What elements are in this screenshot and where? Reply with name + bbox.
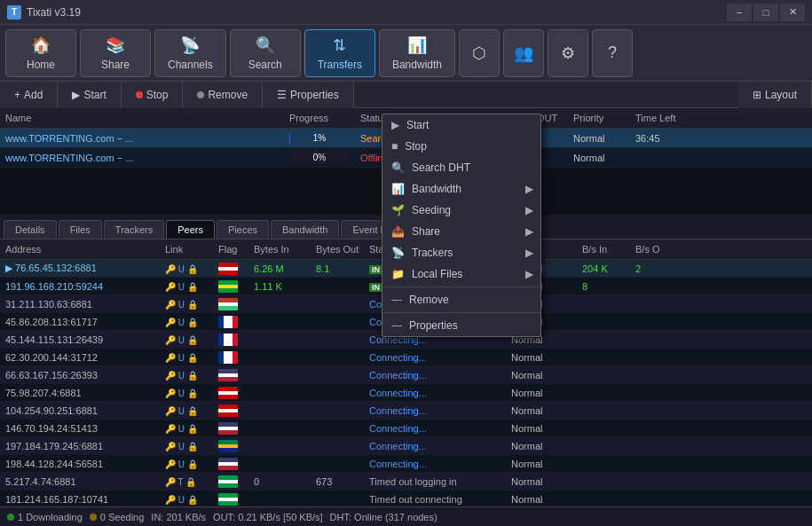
peer-row[interactable]: 66.63.167.156:26393 🔑 U 🔒 Connecting... … <box>0 366 812 384</box>
peer-row[interactable]: 197.184.179.245:6881 🔑 U 🔒 Connecting...… <box>0 437 812 455</box>
peer-bytesout <box>311 428 364 429</box>
cm-localfiles-icon: 📁 <box>391 268 405 280</box>
ph-bytesin: Bytes In <box>248 242 311 256</box>
peer-flag <box>213 261 248 275</box>
peer-bytesout <box>311 339 364 341</box>
cm-searchdht[interactable]: 🔍 Search DHT <box>382 157 540 178</box>
tab-files[interactable]: Files <box>59 220 102 239</box>
cm-start[interactable]: ▶ Start <box>382 114 540 136</box>
cm-seeding-label: Seeding <box>412 204 451 216</box>
peer-link: 🔑 U 🔒 <box>160 493 213 506</box>
flag-gb <box>218 351 238 364</box>
flag-hu <box>218 298 238 310</box>
cm-localfiles[interactable]: 📁 Local Files ▶ <box>382 263 540 285</box>
layout-label: Layout <box>765 89 797 101</box>
peer-bytesin <box>248 499 311 500</box>
peer-flag <box>213 279 248 293</box>
cm-bandwidth[interactable]: 📊 Bandwidth ▶ <box>382 178 540 200</box>
settings-button[interactable]: ⚙ <box>548 29 588 77</box>
transfer-name: www.TORRENTING.com − ... <box>0 151 284 165</box>
plus-icon: + <box>14 89 20 101</box>
peer-flag <box>213 332 248 346</box>
peer-row[interactable]: 62.30.200.144:31712 🔑 U 🔒 Connecting... … <box>0 349 812 366</box>
share-button[interactable]: 📚 Share <box>80 29 151 77</box>
peer-priority: Normal <box>506 422 577 435</box>
maximize-button[interactable]: □ <box>753 4 778 21</box>
peer-flag <box>213 456 248 470</box>
peer-link: 🔑 U 🔒 <box>160 298 213 310</box>
add-button[interactable]: + Add <box>0 82 58 108</box>
flag-br <box>218 280 238 293</box>
cm-stop[interactable]: ■ Stop <box>382 136 540 157</box>
transfers-button[interactable]: ⇅ Transfers <box>304 29 375 77</box>
peer-address: 197.184.179.245:6881 <box>0 440 160 452</box>
cm-searchdht-label: Search DHT <box>412 161 470 174</box>
channels-button[interactable]: 📡 Channels <box>154 29 226 77</box>
cm-trackers[interactable]: 📡 Trackers ▶ <box>382 242 540 263</box>
start-icon: ▶ <box>72 89 80 101</box>
cm-remove[interactable]: — Remove <box>382 289 540 310</box>
peer-bsout <box>630 339 666 341</box>
tab-details[interactable]: Details <box>4 220 57 239</box>
peer-bytesin: 0 <box>248 475 311 488</box>
peer-row[interactable]: 5.217.4.74:6881 🔑 T 🔒 0 673 Timed out lo… <box>0 473 812 491</box>
users-button[interactable]: 👥 <box>503 29 544 77</box>
flag-ae <box>218 475 238 488</box>
peer-bytesout <box>311 321 364 323</box>
tab-trackers[interactable]: Trackers <box>104 220 164 239</box>
peer-row[interactable]: 146.70.194.24:51413 🔑 U 🔒 Connecting... … <box>0 420 812 437</box>
cm-properties[interactable]: — Properties <box>382 315 540 336</box>
cm-seeding[interactable]: 🌱 Seeding ▶ <box>382 200 540 221</box>
peer-row[interactable]: 104.254.90.251:6881 🔑 U 🔒 Connecting... … <box>0 402 812 420</box>
add-label: Add <box>24 89 43 101</box>
home-label: Home <box>27 59 55 71</box>
bandwidth-button[interactable]: 📊 Bandwidth <box>379 29 455 77</box>
cm-search-icon: 🔍 <box>391 161 405 174</box>
help-button[interactable]: ? <box>592 29 633 77</box>
peer-status: Connecting... <box>364 458 506 470</box>
cm-trackers-arrow: ▶ <box>525 247 533 259</box>
col-timeleft: Time Left <box>630 110 692 126</box>
app-title: Tixati v3.19 <box>27 6 721 19</box>
layout-icon: ⊞ <box>753 89 761 101</box>
tab-peers[interactable]: Peers <box>166 220 215 239</box>
seeding-label: 0 Seeding <box>100 512 145 522</box>
downloading-dot <box>7 514 14 521</box>
peer-link: 🔑 U 🔒 <box>160 280 213 293</box>
close-button[interactable]: ✕ <box>780 4 805 21</box>
search-button[interactable]: 🔍 Search <box>230 29 301 77</box>
peer-link: 🔑 U 🔒 <box>160 387 213 399</box>
peer-priority: Normal <box>506 475 577 488</box>
stop-button[interactable]: Stop <box>122 82 184 108</box>
transfer-name: www.TORRENTING.com − ... <box>0 131 284 145</box>
tab-pieces[interactable]: Pieces <box>217 220 269 239</box>
peer-row[interactable]: 198.44.128.244:56581 🔑 U 🔒 Connecting...… <box>0 455 812 473</box>
peer-flag <box>213 385 248 399</box>
tab-bandwidth[interactable]: Bandwidth <box>271 220 339 239</box>
start-button[interactable]: ▶ Start <box>58 82 121 108</box>
properties-button[interactable]: ☰ Properties <box>263 82 354 108</box>
properties-icon: ☰ <box>277 89 287 101</box>
peer-status: Connecting... <box>364 351 506 364</box>
layout-button[interactable]: ⊞ Layout <box>738 82 812 108</box>
start-label: Start <box>83 89 106 101</box>
cm-bandwidth-arrow: ▶ <box>525 183 533 195</box>
peer-bytesin: 6.26 M <box>248 263 311 275</box>
cm-bandwidth-icon: 📊 <box>391 183 405 195</box>
connections-button[interactable]: ⬡ <box>459 29 500 77</box>
cm-share[interactable]: 📤 Share ▶ <box>382 221 540 242</box>
transfers-icon: ⇅ <box>333 35 346 55</box>
remove-button[interactable]: Remove <box>183 82 263 108</box>
cm-remove-icon: — <box>391 294 402 306</box>
peer-address: 146.70.194.24:51413 <box>0 422 160 435</box>
peer-row[interactable]: 75.98.207.4:6881 🔑 U 🔒 Connecting... Nor… <box>0 384 812 402</box>
peer-bytesin <box>248 339 311 341</box>
cm-bandwidth-label: Bandwidth <box>412 183 461 195</box>
transfers-label: Transfers <box>318 59 362 71</box>
minimize-button[interactable]: − <box>727 4 752 21</box>
peer-row[interactable]: 181.214.165.187:10741 🔑 U 🔒 Timed out co… <box>0 491 812 508</box>
home-button[interactable]: 🏠 Home <box>5 29 76 77</box>
peer-bsout <box>630 445 666 447</box>
peer-flag <box>213 474 248 488</box>
peer-status: Connecting... <box>364 422 506 435</box>
